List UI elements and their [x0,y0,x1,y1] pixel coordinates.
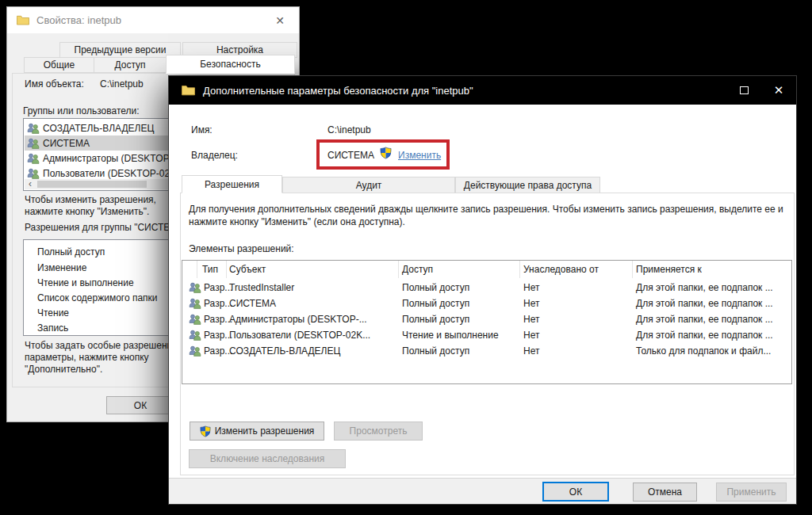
dialog-footer: ОК Отмена Применить [169,478,796,504]
column-header-subject[interactable]: Субъект [229,264,266,275]
cell-inherited: Нет [523,298,539,309]
table-row[interactable]: Разр... Администраторы (DESKTOP-... Полн… [182,311,791,327]
group-name: Администраторы (DESKTOP-0 [43,153,178,164]
permission-item[interactable]: Полный доступ [37,246,105,258]
uac-shield-icon [380,147,392,159]
tab-security[interactable]: Безопасность [166,55,295,74]
edit-hint-line1: Чтобы изменить разрешения, [25,194,156,205]
owner-change-link[interactable]: Изменить [398,150,441,161]
special-hint-line3: "Дополнительно". [25,364,102,375]
folder-icon [182,85,195,96]
enable-inheritance-button[interactable]: Включение наследования [189,449,346,468]
cancel-button[interactable]: Отмена [633,483,697,502]
ok-button[interactable]: ОК [106,396,174,414]
change-permissions-button[interactable]: Изменить разрешения [190,422,324,441]
object-name-label: Имя объекта: [25,78,84,90]
cell-access: Чтение и выполнение [402,330,499,341]
users-icon [189,282,201,293]
cell-inherited: Нет [523,330,539,341]
permission-item[interactable]: Запись [37,322,68,334]
cell-type: Разр... [204,345,232,357]
cell-inherited: Нет [523,345,539,357]
maximize-icon [740,86,749,94]
users-icon [27,168,40,179]
properties-window-title: Свойства: inetpub [36,14,263,26]
group-name: СИСТЕМА [43,138,90,149]
cell-subject: TrustedInstaller [229,282,294,293]
dialog-title: Дополнительные параметры безопасности дл… [203,85,726,97]
maximize-button[interactable] [726,76,761,105]
close-icon[interactable]: ✕ [270,13,289,29]
groups-label: Группы или пользователи: [23,105,140,116]
users-icon [27,153,40,164]
table-row[interactable]: Разр... СОЗДАТЕЛЬ-ВЛАДЕЛЕЦ Полный доступ… [182,343,791,359]
view-button[interactable]: Просмотреть [334,422,423,441]
cell-type: Разр... [204,298,232,309]
name-value: C:\inetpub [327,124,371,135]
cell-inherited: Нет [523,282,539,293]
permissions-group-label: Разрешения для группы "СИСТЕМ [25,222,178,233]
users-icon [189,330,201,341]
close-button[interactable]: ✕ [761,76,796,105]
cell-access: Полный доступ [402,345,469,357]
table-row[interactable]: Разр... Пользователи (DESKTOP-02K... Чте… [182,327,791,343]
cell-access: Полный доступ [402,298,469,309]
cell-applies: Для этой папки, ее подпапок ... [636,314,773,325]
name-label: Имя: [191,124,213,135]
tab-auditing[interactable]: Аудит [282,177,455,193]
column-header-applies[interactable]: Применяется к [636,264,702,275]
dialog-titlebar[interactable]: Дополнительные параметры безопасности дл… [169,76,796,105]
tab-permissions[interactable]: Разрешения [182,175,282,193]
cell-access: Полный доступ [402,282,469,293]
properties-titlebar[interactable]: Свойства: inetpub ✕ [7,7,299,33]
desktop: { "colors": { "annotation_red": "#c9262c… [0,0,812,515]
tab-previous-versions[interactable]: Предыдущие версии [59,42,181,58]
change-permissions-label: Изменить разрешения [215,425,315,437]
cell-applies: Только для подпапок и файл... [636,345,771,357]
object-name-value: C:\inetpub [100,78,144,90]
owner-label: Владелец: [191,150,238,161]
column-header-inherited[interactable]: Унаследовано от [523,264,599,275]
owner-value: СИСТЕМА [327,150,374,161]
cell-access: Полный доступ [402,314,469,325]
permission-item[interactable]: Список содержимого папки [37,292,158,303]
table-row[interactable]: Разр... TrustedInstaller Полный доступ Н… [182,280,791,296]
column-header-type[interactable]: Тип [202,264,218,275]
entries-label: Элементы разрешений: [189,243,294,254]
cell-inherited: Нет [523,314,539,325]
close-icon: ✕ [774,83,784,97]
permission-entries-table: Тип Субъект Доступ Унаследовано от Приме… [182,260,792,384]
group-name: Пользователи (DESKTOP-02K [43,168,176,179]
permission-item[interactable]: Изменение [37,262,86,273]
cell-type: Разр... [204,330,232,341]
scrollbar-thumb[interactable] [37,181,147,188]
cell-applies: Для этой папки, ее подпапок ... [636,330,773,341]
cell-subject: Пользователи (DESKTOP-02K... [229,330,370,341]
permission-item[interactable]: Чтение и выполнение [37,277,134,288]
special-hint-line1: Чтобы задать особые разрешения [25,340,178,351]
special-hint-line2: параметры, нажмите кнопку [25,352,149,363]
users-icon [189,298,201,309]
cell-subject: СОЗДАТЕЛЬ-ВЛАДЕЛЕЦ [229,345,340,357]
users-icon [189,345,201,357]
users-icon [27,138,40,149]
tab-effective-access[interactable]: Действующие права доступа [455,177,600,193]
users-icon [189,314,201,325]
permission-item[interactable]: Чтение [37,307,69,319]
tab-sharing[interactable]: Доступ [94,57,167,73]
cell-subject: Администраторы (DESKTOP-... [229,314,367,325]
cell-type: Разр... [204,314,232,325]
cell-subject: СИСТЕМА [229,298,276,309]
scroll-left-icon[interactable]: ‹ [25,180,36,189]
advanced-security-dialog: Дополнительные параметры безопасности дл… [168,75,797,505]
table-row[interactable]: Разр... СИСТЕМА Полный доступ Нет Для эт… [182,296,791,311]
edit-hint-line2: нажмите кнопку "Изменить". [25,206,149,217]
permissions-description: Для получения дополнительных сведений дв… [189,203,788,228]
users-icon [27,123,40,134]
ok-button[interactable]: ОК [542,482,609,502]
column-header-access[interactable]: Доступ [402,264,433,275]
tab-general[interactable]: Общие [24,57,94,73]
cell-type: Разр... [204,282,232,293]
apply-button[interactable]: Применить [716,483,787,502]
group-name: СОЗДАТЕЛЬ-ВЛАДЕЛЕЦ [43,123,154,134]
